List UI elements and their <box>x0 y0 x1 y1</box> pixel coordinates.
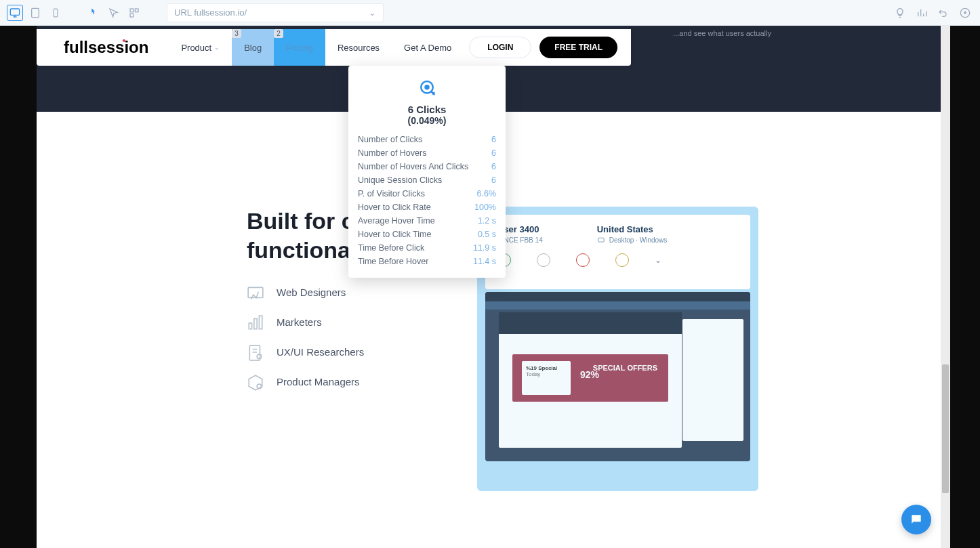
click-target-icon <box>417 78 437 98</box>
cursor-tool-button[interactable] <box>106 5 122 21</box>
chevron-down-icon[interactable]: ⌄ <box>369 7 376 18</box>
heatmap-count-badge: 3 <box>232 29 241 38</box>
svg-rect-15 <box>248 287 263 297</box>
tooltip-row: Time Before Hover11.4 s <box>358 255 496 268</box>
site-navigation: fullsession Product⌄ 3 Blog 2 Pricing Re… <box>37 29 631 66</box>
page-viewport: ...and see what users actually fullsessi… <box>37 26 941 548</box>
preview-side-panel <box>682 319 743 441</box>
role-icon <box>247 284 264 299</box>
chevron-down-icon: ⌄ <box>214 44 220 51</box>
scrollbar-thumb[interactable] <box>942 364 949 493</box>
url-input[interactable]: URL fullsession.io/ ⌄ <box>167 3 384 22</box>
svg-rect-3 <box>32 8 39 17</box>
svg-rect-6 <box>135 9 138 12</box>
neutral-face-icon[interactable] <box>537 253 550 267</box>
download-icon[interactable] <box>957 5 973 21</box>
tooltip-row: Number of Hovers And Clicks6 <box>358 160 496 173</box>
tooltip-row: Number of Hovers6 <box>358 146 496 160</box>
desktop-device-button[interactable] <box>7 5 23 21</box>
svg-point-22 <box>257 354 262 359</box>
role-item: Product Managers <box>247 374 450 389</box>
nav-pricing[interactable]: 2 Pricing <box>274 29 325 66</box>
svg-rect-16 <box>249 323 251 329</box>
tablet-device-button[interactable] <box>27 5 43 21</box>
logo[interactable]: fullsession <box>64 38 148 57</box>
preview-device: Desktop · Windows <box>609 236 668 244</box>
nav-blog[interactable]: 3 Blog <box>232 29 274 66</box>
role-icon <box>247 374 264 389</box>
role-item: Marketers <box>247 314 450 329</box>
tooltip-row: Hover to Click Time0.5 s <box>358 228 496 241</box>
role-item: Web Designers <box>247 284 450 299</box>
chevron-down-icon[interactable]: ⌄ <box>655 255 661 265</box>
svg-rect-5 <box>130 9 134 12</box>
free-trial-button[interactable]: FREE TRIAL <box>539 37 617 58</box>
tooltip-row: Average Hover Time1.2 s <box>358 214 496 228</box>
mobile-device-button[interactable] <box>47 5 64 21</box>
tooltip-title: 6 Clicks <box>358 104 496 115</box>
preview-offer: SPECIAL OFFERS <box>593 364 657 372</box>
viewport-left-margin <box>0 26 37 548</box>
emoji-rating-row: ⌄ <box>497 253 738 267</box>
role-icon <box>247 314 264 329</box>
undo-icon[interactable] <box>935 5 952 21</box>
viewport-right-margin <box>950 26 980 548</box>
element-tool-button[interactable] <box>126 5 142 21</box>
preview-user-card: User 3400 SINCE FBB 14 United States Des… <box>485 215 750 289</box>
tooltip-percent: (0.049%) <box>358 115 496 126</box>
role-icon <box>247 344 264 359</box>
preview-session-replay: %19 Special Today 92% SPECIAL OFFERS <box>485 292 750 461</box>
login-button[interactable]: LOGIN <box>469 37 531 58</box>
svg-rect-0 <box>10 9 19 15</box>
tooltip-row: Unique Session Clicks6 <box>358 173 496 187</box>
role-item: UX/UI Researchers <box>247 344 450 359</box>
heatmap-count-badge: 2 <box>274 29 283 38</box>
nav-resources[interactable]: Resources <box>325 29 392 66</box>
svg-point-14 <box>426 85 429 89</box>
viewport-container: ...and see what users actually fullsessi… <box>0 26 980 548</box>
heatmap-tooltip: 6 Clicks (0.049%) Number of Clicks6Numbe… <box>348 66 506 278</box>
svg-rect-17 <box>254 319 257 329</box>
role-list: Web DesignersMarketersUX/UI ResearchersP… <box>247 284 450 389</box>
click-tool-button[interactable] <box>85 5 102 21</box>
tooltip-rows: Number of Clicks6Number of Hovers6Number… <box>358 133 496 268</box>
tooltip-row: Hover to Click Rate100% <box>358 201 496 214</box>
svg-rect-24 <box>598 238 604 242</box>
svg-rect-7 <box>130 14 134 17</box>
nav-product[interactable]: Product⌄ <box>169 29 232 66</box>
meh-face-icon[interactable] <box>615 253 629 267</box>
svg-rect-18 <box>259 316 262 329</box>
scrollbar[interactable] <box>941 26 950 548</box>
partial-text: ...and see what users actually <box>673 29 771 37</box>
sad-face-icon[interactable] <box>576 253 590 267</box>
tooltip-row: P. of Visitor Clicks6.6% <box>358 187 496 201</box>
app-toolbar: URL fullsession.io/ ⌄ <box>0 0 980 26</box>
svg-rect-4 <box>54 9 58 17</box>
lightbulb-icon[interactable] <box>892 5 908 21</box>
desktop-icon <box>597 237 605 244</box>
tooltip-row: Number of Clicks6 <box>358 133 496 146</box>
chart-icon[interactable] <box>914 5 930 21</box>
preview-panel: User 3400 SINCE FBB 14 United States Des… <box>477 207 758 491</box>
chat-widget-button[interactable] <box>901 505 931 534</box>
url-text: URL fullsession.io/ <box>174 7 247 18</box>
preview-country: United States <box>597 224 668 234</box>
chat-icon <box>910 513 923 526</box>
nav-demo[interactable]: Get A Demo <box>392 29 464 66</box>
tooltip-row: Time Before Click11.9 s <box>358 241 496 255</box>
